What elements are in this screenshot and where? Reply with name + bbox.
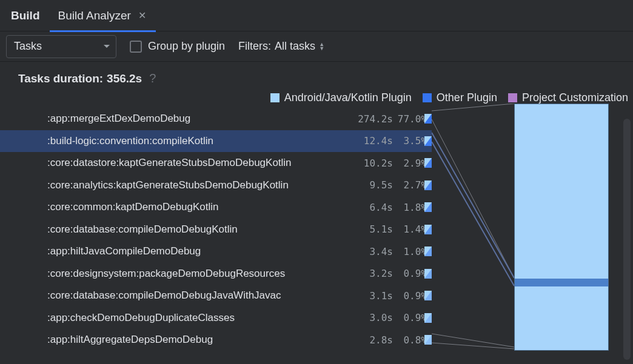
legend-swatch (270, 93, 280, 102)
sort-icon: ▲▼ (319, 42, 324, 51)
task-duration: 274.2s (350, 113, 393, 125)
task-name: :core:analytics:kaptGenerateStubsDemoDeb… (47, 179, 350, 191)
task-row[interactable]: :core:analytics:kaptGenerateStubsDemoDeb… (0, 174, 432, 197)
task-row[interactable]: :core:common:kaptDemoDebugKotlin6.4s1.8% (0, 196, 432, 219)
svg-line-1 (432, 119, 514, 278)
legend-swatch (423, 93, 432, 102)
task-row[interactable]: :core:designsystem:packageDemoDebugResou… (0, 263, 432, 285)
task-name: :app:checkDemoDebugDuplicateClasses (47, 312, 350, 324)
chart-bar[interactable] (514, 104, 609, 351)
task-chip-icon (424, 114, 432, 124)
close-icon[interactable]: ✕ (138, 10, 146, 21)
legend-item: Project Customization (508, 91, 628, 104)
task-chip-icon (424, 291, 432, 300)
legend-item: Android/Java/Kotlin Plugin (270, 91, 412, 104)
task-duration: 9.5s (350, 179, 393, 191)
view-dropdown[interactable]: Tasks (6, 35, 116, 58)
task-percent: 1.8% (393, 202, 427, 213)
svg-line-3 (432, 142, 514, 286)
task-duration: 3.0s (350, 312, 393, 323)
task-chip-icon (424, 202, 432, 212)
task-list: :app:mergeExtDexDemoDebug274.2s77.0%:bui… (0, 108, 432, 353)
duration-value: 356.2s (107, 72, 142, 85)
task-chip-icon (424, 335, 432, 345)
dropdown-value: Tasks (14, 40, 42, 53)
task-chip-icon (424, 247, 432, 256)
task-chip-icon (424, 136, 432, 146)
task-percent: 3.5% (393, 135, 427, 147)
task-chip-icon (424, 313, 432, 323)
task-chip-icon (424, 269, 432, 279)
legend-label: Other Plugin (437, 91, 497, 104)
task-duration: 6.4s (350, 202, 393, 213)
task-percent: 1.0% (393, 246, 427, 257)
task-row[interactable]: :app:checkDemoDebugDuplicateClasses3.0s0… (0, 307, 432, 329)
help-icon[interactable]: ? (149, 71, 156, 85)
task-percent: 0.8% (393, 334, 427, 346)
task-row[interactable]: :core:datastore:kaptGenerateStubsDemoDeb… (0, 152, 432, 174)
duration-label: Tasks duration: (18, 72, 103, 85)
task-duration: 10.2s (350, 157, 393, 169)
svg-line-5 (432, 343, 514, 349)
task-row[interactable]: :app:mergeExtDexDemoDebug274.2s77.0% (0, 108, 432, 130)
task-percent: 2.7% (393, 179, 427, 191)
filters-value: All tasks (275, 40, 315, 53)
task-row[interactable]: :core:database:compileDemoDebugKotlin5.1… (0, 219, 432, 241)
task-name: :app:hiltAggregateDepsDemoDebug (47, 334, 350, 346)
task-duration: 3.1s (350, 290, 393, 302)
task-name: :build-logic:convention:compileKotlin (47, 135, 350, 147)
chevron-down-icon (104, 45, 110, 48)
legend-label: Android/Java/Kotlin Plugin (284, 91, 412, 104)
task-percent: 2.9% (393, 157, 427, 169)
task-percent: 0.9% (393, 312, 427, 323)
svg-line-4 (432, 334, 514, 347)
task-percent: 77.0% (393, 113, 427, 125)
task-chip-icon (424, 225, 432, 234)
tab-build[interactable]: Build (4, 0, 47, 31)
checkbox-icon (130, 41, 142, 53)
legend-swatch (508, 93, 517, 102)
task-duration: 5.1s (350, 223, 393, 235)
task-name: :app:hiltJavaCompileDemoDebug (47, 245, 350, 257)
task-percent: 1.4% (393, 223, 427, 235)
task-name: :core:common:kaptDemoDebugKotlin (47, 201, 350, 213)
tab-bar: Build Build Analyzer ✕ (0, 0, 633, 31)
task-name: :core:database:compileDemoDebugKotlin (47, 223, 350, 236)
task-row[interactable]: :core:database:compileDemoDebugJavaWithJ… (0, 285, 432, 307)
group-by-plugin-checkbox[interactable]: Group by plugin (130, 40, 225, 53)
task-percent: 0.9% (393, 290, 427, 302)
task-chip-icon (424, 158, 432, 168)
tab-label: Build Analyzer (58, 9, 131, 22)
task-row[interactable]: :app:hiltJavaCompileDemoDebug3.4s1.0% (0, 240, 432, 263)
task-duration: 12.4s (350, 135, 393, 147)
task-duration: 2.8s (350, 334, 393, 346)
task-percent: 0.9% (393, 268, 427, 279)
filters-dropdown[interactable]: Filters: All tasks ▲▼ (238, 40, 324, 53)
tab-build-analyzer[interactable]: Build Analyzer ✕ (47, 0, 157, 31)
legend-item: Other Plugin (423, 91, 497, 104)
svg-line-0 (432, 104, 514, 111)
tasks-duration-header: Tasks duration: 356.2s ? (0, 62, 633, 91)
toolbar: Tasks Group by plugin Filters: All tasks… (0, 31, 633, 62)
task-row[interactable]: :build-logic:convention:compileKotlin12.… (0, 130, 432, 153)
task-duration: 3.4s (350, 246, 393, 257)
task-row[interactable]: :app:hiltAggregateDepsDemoDebug2.8s0.8% (0, 329, 432, 351)
filters-prefix: Filters: (238, 40, 271, 53)
task-name: :core:database:compileDemoDebugJavaWithJ… (47, 290, 350, 302)
legend-label: Project Customization (522, 91, 628, 104)
task-name: :app:mergeExtDexDemoDebug (47, 113, 350, 125)
task-name: :core:datastore:kaptGenerateStubsDemoDeb… (47, 157, 350, 169)
tab-label: Build (11, 9, 40, 22)
checkbox-label: Group by plugin (148, 40, 225, 53)
chart-area (432, 108, 633, 353)
scrollbar[interactable] (623, 119, 631, 360)
task-chip-icon (424, 180, 432, 190)
content-area: :app:mergeExtDexDemoDebug274.2s77.0%:bui… (0, 108, 633, 353)
svg-line-2 (432, 133, 514, 278)
task-name: :core:designsystem:packageDemoDebugResou… (47, 268, 350, 280)
task-duration: 3.2s (350, 268, 393, 279)
